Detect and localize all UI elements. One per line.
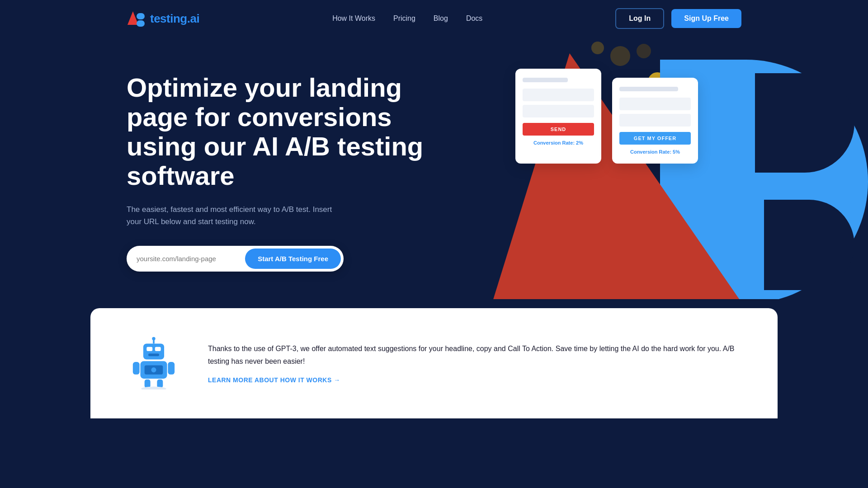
signup-button[interactable]: Sign Up Free xyxy=(671,9,741,28)
card-b-field-2 xyxy=(619,114,691,127)
card-a-top-bar xyxy=(523,78,568,82)
svg-point-20 xyxy=(141,387,166,389)
card-b-field-1 xyxy=(619,98,691,110)
svg-rect-16 xyxy=(133,362,140,375)
svg-rect-10 xyxy=(148,354,159,357)
card-a-conversion: Conversion Rate: 2% xyxy=(523,140,594,145)
feature-text: Thanks to the use of GPT-3, we offer aut… xyxy=(208,343,741,384)
cta-button[interactable]: Start A/B Testing Free xyxy=(245,249,341,269)
svg-rect-2 xyxy=(137,20,145,27)
card-b-conversion: Conversion Rate: 5% xyxy=(619,149,691,155)
feature-section: Thanks to the use of GPT-3, we offer aut… xyxy=(90,308,778,418)
card-a-field-2 xyxy=(523,105,594,117)
svg-rect-19 xyxy=(157,380,163,388)
svg-rect-1 xyxy=(137,13,145,19)
dark-bubble-1 xyxy=(591,42,604,54)
svg-point-15 xyxy=(151,367,156,372)
svg-rect-18 xyxy=(145,380,151,388)
url-input[interactable] xyxy=(137,255,245,263)
card-a-field-1 xyxy=(523,89,594,101)
logo[interactable]: testing.ai xyxy=(127,10,199,27)
feature-learn-more-link[interactable]: LEARN MORE ABOUT HOW IT WORKS → xyxy=(208,376,340,384)
nav-links: How It Works Pricing Blog Docs xyxy=(332,14,482,23)
robot-icon xyxy=(127,335,181,389)
nav-actions: Log In Sign Up Free xyxy=(615,8,741,29)
navbar: testing.ai How It Works Pricing Blog Doc… xyxy=(0,0,868,37)
hero-input-row: Start A/B Testing Free xyxy=(127,246,344,272)
hero-section: Optimize your landing page for conversio… xyxy=(0,37,868,299)
login-button[interactable]: Log In xyxy=(615,8,664,29)
card-b-top-bar xyxy=(619,87,678,91)
nav-pricing[interactable]: Pricing xyxy=(393,14,415,23)
svg-rect-8 xyxy=(146,347,152,351)
card-b-button[interactable]: GET MY OFFER xyxy=(619,132,691,145)
card-a-button[interactable]: SEND xyxy=(523,123,594,136)
svg-point-12 xyxy=(152,337,155,340)
hero-content: Optimize your landing page for conversio… xyxy=(127,64,425,272)
svg-rect-9 xyxy=(155,347,161,351)
feature-description: Thanks to the use of GPT-3, we offer aut… xyxy=(208,343,741,368)
logo-text: testing.ai xyxy=(150,12,199,26)
nav-blog[interactable]: Blog xyxy=(434,14,448,23)
hero-illustration: SEND Conversion Rate: 2% GET MY OFFER Co… xyxy=(461,37,868,299)
robot-illustration xyxy=(127,335,181,391)
nav-how-it-works[interactable]: How It Works xyxy=(332,14,375,23)
variant-card-a: SEND Conversion Rate: 2% xyxy=(515,69,601,164)
hero-subtitle: The easiest, fastest and most efficient … xyxy=(127,203,344,228)
svg-rect-7 xyxy=(143,343,164,359)
variant-cards: SEND Conversion Rate: 2% GET MY OFFER Co… xyxy=(515,69,698,164)
nav-docs[interactable]: Docs xyxy=(466,14,482,23)
hero-title: Optimize your landing page for conversio… xyxy=(127,73,425,191)
variant-card-b: GET MY OFFER Conversion Rate: 5% xyxy=(612,78,698,164)
svg-rect-17 xyxy=(168,362,175,375)
